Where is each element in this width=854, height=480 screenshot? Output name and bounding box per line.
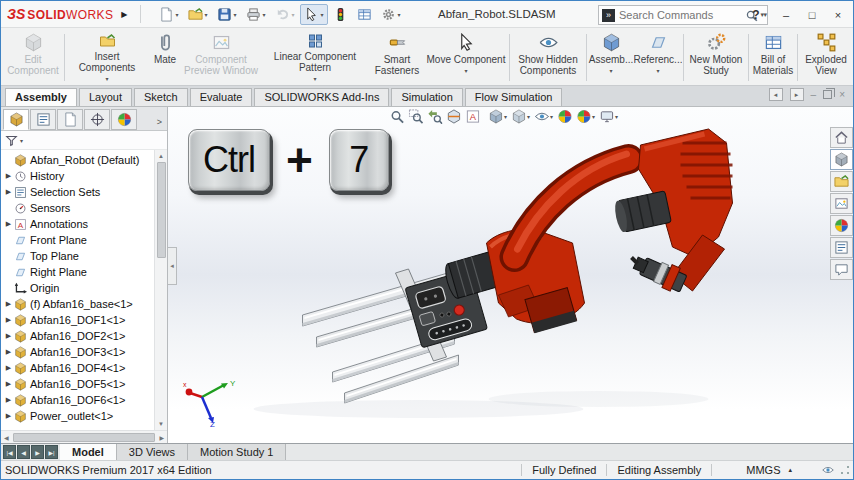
save-button[interactable]: ▾ [213,4,241,25]
help-dropdown-arrow[interactable]: ▾ [763,11,767,19]
section-view-button[interactable] [444,108,463,125]
menu-flyout-arrow[interactable]: ▶ [121,10,127,19]
tree-item[interactable]: Origin [1,280,154,296]
expand-arrow-icon[interactable]: ▶ [3,172,14,180]
dropdown-arrow[interactable]: ▾ [263,11,266,18]
tree-item[interactable]: ▶Abfan16_DOF2<1> [1,328,154,344]
tree-item[interactable]: Top Plane [1,248,154,264]
undo-button[interactable]: ▾ [271,4,299,25]
expand-arrow-icon[interactable]: ▶ [3,396,14,404]
tree-item[interactable]: ▶Abfan16_DOF4<1> [1,360,154,376]
tab-3d-views[interactable]: 3D Views [117,444,188,460]
tree-item[interactable]: ▶Selection Sets [1,184,154,200]
mate-button[interactable]: Mate [148,30,182,85]
tree-item[interactable]: ▶Abfan16_DOF5<1> [1,376,154,392]
dimxpert-manager-tab[interactable] [84,109,110,130]
feature-manager-tab[interactable] [3,109,29,130]
move-component-button[interactable]: Move Component▾ [424,30,508,85]
dropdown-arrow[interactable]: ▾ [592,113,595,120]
tree-item[interactable]: ▶Abfan16_DOF3<1> [1,344,154,360]
configuration-manager-tab[interactable] [57,109,83,130]
tree-item[interactable]: Right Plane [1,264,154,280]
tree-item[interactable]: ▶Abfan16_DOF6<1> [1,392,154,408]
show-hidden-components-button[interactable]: Show Hidden Components [511,30,585,85]
hide-show-items-button[interactable]: ▾ [532,108,555,125]
previous-view-button[interactable] [425,108,444,125]
solidworks-forum-button[interactable] [830,259,853,280]
expand-arrow-icon[interactable]: ▶ [3,300,14,308]
tab-model[interactable]: Model [60,444,117,460]
display-manager-tab[interactable] [111,109,137,130]
dropdown-arrow[interactable]: ▾ [176,11,179,18]
dropdown-arrow[interactable]: ▾ [527,113,530,120]
tree-horizontal-scrollbar[interactable]: ◀ ▶ [1,430,167,443]
rebuild-traffic-light-button[interactable] [329,4,352,25]
dynamic-annotation-views-button[interactable] [463,108,482,125]
home-button[interactable] [830,127,853,148]
dropdown-arrow[interactable]: ▾ [321,11,324,18]
expand-arrow-icon[interactable]: ▶ [3,316,14,324]
display-style-button[interactable]: ▾ [509,108,532,125]
next-tab-button[interactable]: ▶ [31,445,44,459]
filter-dropdown-arrow[interactable]: ▾ [20,137,23,144]
view-palette-button[interactable] [830,193,853,214]
dropdown-arrow[interactable]: ▾ [609,66,612,77]
scroll-up-icon[interactable]: ▲ [158,150,164,162]
filter-icon[interactable] [5,134,18,147]
previous-tab-button[interactable]: ◀ [17,445,30,459]
expand-arrow-icon[interactable]: ▶ [3,348,14,356]
search-input[interactable] [619,9,745,21]
view-settings-button[interactable]: ▾ [597,108,620,125]
dropdown-arrow[interactable]: ▾ [615,113,618,120]
dropdown-arrow[interactable]: ▾ [398,11,401,18]
edit-appearance-button[interactable] [555,108,574,125]
options-gear-button[interactable]: ▾ [377,4,405,25]
dropdown-arrow[interactable]: ▾ [234,11,237,18]
linear-component-pattern-button[interactable]: Linear Component Pattern▾ [260,30,370,85]
tree-item[interactable]: Sensors [1,200,154,216]
property-manager-tab[interactable] [30,109,56,130]
dropdown-arrow[interactable]: ▾ [656,66,659,77]
dock-right-icon[interactable]: ▸ [790,88,804,101]
dropdown-arrow[interactable]: ▾ [292,11,295,18]
zoom-to-area-button[interactable] [406,108,425,125]
dock-left-icon[interactable]: ◂ [769,88,783,101]
tree-item[interactable]: ▶History [1,168,154,184]
view-orientation-button[interactable]: ▾ [486,108,509,125]
open-folder-button[interactable]: ▾ [184,4,212,25]
file-properties-button[interactable] [353,4,376,25]
apply-scene-button[interactable]: ▾ [574,108,597,125]
bill-of-materials-button[interactable]: Bill of Materials [750,30,796,85]
dropdown-arrow[interactable]: ▾ [550,113,553,120]
insert-components-button[interactable]: Insert Components▾ [66,30,148,85]
exploded-view-button[interactable]: Exploded View [799,30,853,85]
new-document-button[interactable]: ▾ [155,4,183,25]
dropdown-arrow[interactable]: ▾ [464,66,467,77]
tab-flow-simulation[interactable]: Flow Simulation [465,88,563,106]
expand-arrow-icon[interactable]: ▶ [3,332,14,340]
tab-evaluate[interactable]: Evaluate [190,88,253,106]
expand-arrow-icon[interactable]: ▶ [3,380,14,388]
doc-restore-button[interactable] [823,90,832,99]
resize-grip[interactable] [840,465,850,475]
panel-expand-chevron[interactable]: > [152,117,167,130]
tree-item[interactable]: ▶Annotations [1,216,154,232]
tab-layout[interactable]: Layout [79,88,132,106]
doc-close-button[interactable]: × [839,89,845,100]
close-button[interactable]: × [831,9,845,21]
expand-arrow-icon[interactable]: ▶ [3,412,14,420]
tree-item[interactable]: Abfan_Robot (Default) [1,152,154,168]
tree-item[interactable]: ▶Power_outlet<1> [1,408,154,424]
smart-fasteners-button[interactable]: Smart Fasteners [370,30,424,85]
tree-item[interactable]: Front Plane [1,232,154,248]
expand-arrow-icon[interactable]: ▶ [3,188,14,196]
dropdown-arrow[interactable]: ▾ [205,11,208,18]
scroll-thumb[interactable] [157,162,166,258]
units-dropdown-arrow[interactable]: ▴ [788,466,822,474]
design-library-button[interactable] [830,171,853,192]
appearances-scenes-button[interactable] [830,215,853,236]
panel-splitter[interactable]: ◂ [168,247,177,285]
doc-minimize-button[interactable]: – [811,89,817,100]
scroll-down-icon[interactable]: ▼ [158,418,164,430]
maximize-button[interactable]: □ [805,9,819,21]
